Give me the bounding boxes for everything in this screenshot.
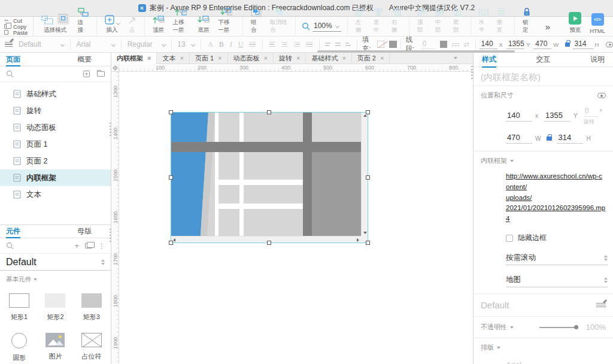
widget-image[interactable]: 图片 <box>37 327 73 364</box>
line-style-button[interactable] <box>452 42 459 47</box>
widgets-menu-icon[interactable]: ⋮ <box>98 245 105 247</box>
vertical-align-bottom-button[interactable] <box>345 41 351 47</box>
add-folder-icon[interactable] <box>97 71 105 77</box>
close-tab-icon[interactable]: × <box>342 54 345 62</box>
w-input[interactable]: 470 <box>506 133 532 144</box>
h-field[interactable]: 314 <box>573 40 593 49</box>
resize-handle-ne[interactable] <box>366 110 370 114</box>
underline-button[interactable]: U <box>235 40 247 49</box>
close-tab-icon[interactable]: × <box>180 54 183 62</box>
edit-style-icon[interactable] <box>596 302 606 309</box>
page-tree-item[interactable]: 文本 <box>0 186 111 203</box>
resize-handle-w[interactable] <box>169 175 173 180</box>
ungroup-button[interactable]: 取消组合 <box>266 17 292 36</box>
canvas-tab[interactable]: 基础样式× <box>306 53 351 63</box>
add-page-icon[interactable] <box>83 71 91 77</box>
aspect-ratio-lock-icon[interactable] <box>547 136 552 141</box>
vertical-align-middle-button[interactable] <box>335 41 341 47</box>
tab-notes[interactable]: 说明 <box>590 53 605 67</box>
font-weight-dropdown[interactable]: Regular <box>125 40 168 48</box>
resize-handle-s[interactable] <box>267 241 271 245</box>
scroll-right-icon[interactable] <box>357 238 359 242</box>
inline-frame-widget[interactable] <box>171 113 368 242</box>
panel-resize-handle[interactable] <box>471 66 473 80</box>
frame-type-dropdown[interactable]: 地图 <box>506 275 608 287</box>
canvas-tab[interactable]: 页面 2× <box>352 53 390 63</box>
text-align-right-button[interactable] <box>294 41 300 48</box>
visibility-eye-icon[interactable] <box>606 42 613 47</box>
hide-border-checkbox-row[interactable]: 隐藏边框 <box>506 233 606 243</box>
iframe-vertical-scrollbar[interactable] <box>361 113 368 236</box>
group-button[interactable]: 组合 <box>247 17 266 36</box>
close-tab-icon[interactable]: × <box>264 54 268 62</box>
select-mode-button[interactable]: 选择模式 <box>37 17 74 36</box>
widgets-search-icon[interactable] <box>6 242 14 250</box>
html-export-button[interactable]: </> HTML <box>585 17 609 36</box>
close-tab-icon[interactable]: × <box>380 54 384 62</box>
y-input[interactable]: 1355 <box>544 111 570 122</box>
bring-forward-button[interactable]: 上移一层 <box>169 17 194 36</box>
distribute-horizontal-button[interactable]: 水平 <box>475 17 493 36</box>
resize-handle-nw[interactable] <box>169 110 173 114</box>
align-center-button[interactable]: 居中 <box>369 17 387 36</box>
tab-masters[interactable]: 母版 <box>59 225 111 238</box>
ruler-origin-icon[interactable] <box>111 64 119 72</box>
opacity-slider[interactable] <box>539 327 576 328</box>
point-button[interactable]: 点 <box>124 17 141 36</box>
style-preset-dropdown[interactable]: Default <box>16 40 66 48</box>
bold-button[interactable]: B <box>216 40 227 49</box>
line-color-swatch[interactable] <box>440 41 447 48</box>
widgets-section-header[interactable]: 基本元件 <box>0 271 111 285</box>
toolbar-overflow-button[interactable]: » <box>539 17 556 36</box>
font-color-button[interactable]: A <box>205 40 216 49</box>
tab-widgets[interactable]: 元件 <box>0 225 59 238</box>
close-tab-icon[interactable]: × <box>147 54 151 62</box>
fill-color-swatch[interactable] <box>377 41 384 48</box>
add-library-icon[interactable]: + <box>74 241 79 250</box>
send-backward-button[interactable]: 下移一层 <box>214 17 239 36</box>
pages-search-icon[interactable] <box>6 70 14 78</box>
iframe-url-link[interactable]: http://www.axureschool.cn/wp-content/upl… <box>506 171 606 225</box>
page-tree-item[interactable]: 基础样式 <box>0 86 111 102</box>
font-size-dropdown[interactable]: 13 <box>175 40 197 48</box>
align-left-button[interactable]: 左侧 <box>351 17 369 36</box>
align-middle-button[interactable]: 中部 <box>431 17 449 36</box>
x-field[interactable]: 140 <box>480 40 497 49</box>
bullet-list-button[interactable] <box>249 41 255 48</box>
page-tree-item[interactable]: 页面 2 <box>0 153 111 169</box>
resize-handle-n[interactable] <box>267 110 271 114</box>
widget-name-input[interactable] <box>481 72 600 82</box>
bring-to-front-button[interactable]: 顶层 <box>148 17 169 36</box>
fill-shadow-swatch[interactable] <box>389 41 396 48</box>
hidden-eye-icon[interactable] <box>597 93 606 98</box>
arrow-style-button[interactable]: ⇄ <box>464 41 469 48</box>
paste-button[interactable]: Paste <box>4 29 33 35</box>
connect-button[interactable]: 连接 <box>74 17 93 36</box>
lock-button[interactable]: 锁定 <box>518 17 536 36</box>
insert-button[interactable]: 插入 <box>101 17 124 36</box>
close-tab-icon[interactable]: × <box>218 54 221 62</box>
distribute-vertical-button[interactable]: 垂直 <box>493 17 511 36</box>
widget-placeholder[interactable]: 占位符 <box>74 327 110 364</box>
canvas-tab[interactable]: 动态面板× <box>228 53 274 63</box>
scroll-down-icon[interactable] <box>363 232 367 234</box>
vertical-align-top-button[interactable] <box>325 41 330 47</box>
y-field[interactable]: 1355 <box>506 40 524 49</box>
canvas-tab-active[interactable]: 内联框架× <box>111 53 157 64</box>
resize-handle-sw[interactable] <box>169 241 173 245</box>
copy-button[interactable]: Copy <box>4 23 33 29</box>
tab-outline[interactable]: 概要 <box>59 53 111 66</box>
preview-button[interactable]: 预览 <box>565 17 585 36</box>
scroll-mode-dropdown[interactable]: 按需滚动 <box>506 253 608 265</box>
x-input[interactable]: 140 <box>506 111 532 122</box>
zoom-control[interactable]: 100% <box>296 17 348 36</box>
h-input[interactable]: 314 <box>557 133 583 144</box>
line-weight-field[interactable]: 0 <box>421 40 435 49</box>
text-justify-button[interactable] <box>306 41 312 48</box>
close-tab-icon[interactable]: × <box>296 54 300 62</box>
tab-overflow-icon[interactable] <box>454 57 457 59</box>
rotate-input[interactable]: 0 <box>584 106 598 117</box>
text-align-center-button[interactable] <box>281 41 287 48</box>
align-right-button[interactable]: 右侧 <box>387 17 405 36</box>
align-top-button[interactable]: 顶部 <box>413 17 431 36</box>
